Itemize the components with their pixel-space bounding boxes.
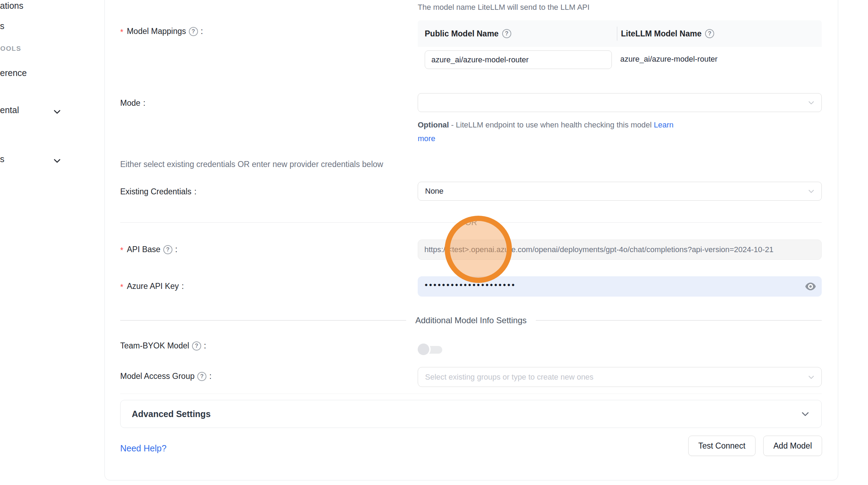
help-question-icon[interactable]: ? bbox=[163, 245, 172, 254]
chevron-down-icon bbox=[807, 373, 815, 381]
help-question-icon[interactable]: ? bbox=[197, 372, 206, 381]
test-connect-button[interactable]: Test Connect bbox=[688, 436, 756, 456]
required-marker: * bbox=[120, 28, 123, 37]
azure-api-key-label: * Azure API Key : bbox=[120, 282, 184, 291]
help-question-icon[interactable]: ? bbox=[502, 29, 511, 38]
footer-buttons: Test Connect Add Model bbox=[688, 436, 822, 456]
chevron-down-icon bbox=[807, 187, 815, 195]
existing-credentials-select[interactable]: None bbox=[418, 182, 822, 201]
mode-select[interactable] bbox=[418, 93, 822, 112]
sidebar: ations s TOOLS erence ental s bbox=[0, 0, 104, 485]
team-byok-label: Team-BYOK Model ? : bbox=[120, 341, 206, 351]
model-mappings-table: Public Model Name ? LiteLLM Model Name ?… bbox=[418, 20, 822, 76]
model-mappings-label: * Model Mappings ? : bbox=[120, 27, 203, 36]
sidebar-item-organizations[interactable]: ations bbox=[0, 1, 23, 11]
chevron-down-icon bbox=[807, 99, 815, 106]
required-marker: * bbox=[120, 246, 123, 255]
public-model-name-input[interactable] bbox=[425, 50, 612, 69]
api-base-label: * API Base ? : bbox=[120, 245, 177, 254]
litellm-model-name-header: LiteLLM Model Name ? bbox=[617, 29, 714, 39]
model-mappings-table-header: Public Model Name ? LiteLLM Model Name ? bbox=[418, 20, 822, 47]
sidebar-section-tools: TOOLS bbox=[0, 45, 21, 53]
add-model-page: ations s TOOLS erence ental s The model … bbox=[0, 0, 868, 485]
litellm-model-name-value: azure_ai/azure-model-router bbox=[620, 55, 718, 64]
advanced-settings-panel[interactable]: Advanced Settings bbox=[120, 400, 822, 428]
section-divider-line bbox=[120, 394, 822, 394]
mode-label: Mode : bbox=[120, 98, 145, 108]
model-name-helper-text: The model name LiteLLM will send to the … bbox=[418, 3, 589, 12]
sidebar-item-settings[interactable]: s bbox=[0, 154, 5, 164]
help-question-icon[interactable]: ? bbox=[192, 341, 201, 351]
or-divider: OR bbox=[120, 218, 822, 227]
existing-credentials-label: Existing Credentials : bbox=[120, 187, 197, 196]
sidebar-item[interactable]: s bbox=[0, 21, 5, 31]
column-divider bbox=[617, 27, 617, 41]
help-question-icon[interactable]: ? bbox=[189, 27, 198, 36]
api-base-input[interactable]: https://<test>.openai.azure.com/openai/d… bbox=[418, 240, 822, 260]
sidebar-item-inference[interactable]: erence bbox=[0, 68, 27, 78]
public-model-name-header: Public Model Name ? bbox=[418, 29, 617, 39]
mode-hint-line1: Optional - LiteLLM endpoint to use when … bbox=[418, 120, 674, 130]
chevron-down-icon[interactable] bbox=[53, 156, 62, 165]
model-access-group-label: Model Access Group ? : bbox=[120, 372, 212, 381]
mode-hint-line2: more bbox=[418, 134, 435, 143]
learn-more-link[interactable]: more bbox=[418, 134, 435, 143]
azure-api-key-input[interactable]: ••••••••••••••••••••• bbox=[418, 276, 822, 297]
chevron-down-icon[interactable] bbox=[53, 107, 62, 116]
eye-toggle-visibility-icon[interactable] bbox=[805, 282, 816, 291]
team-byok-toggle[interactable] bbox=[418, 344, 443, 355]
model-access-group-select[interactable]: Select existing groups or type to create… bbox=[418, 367, 822, 387]
additional-settings-divider: Additional Model Info Settings bbox=[120, 316, 822, 325]
credentials-note: Either select existing credentials OR en… bbox=[120, 160, 383, 169]
help-question-icon[interactable]: ? bbox=[705, 29, 714, 38]
add-model-button[interactable]: Add Model bbox=[763, 436, 822, 456]
chevron-down-icon bbox=[800, 409, 810, 419]
sidebar-item-experimental[interactable]: ental bbox=[0, 105, 19, 115]
required-marker: * bbox=[120, 283, 123, 292]
need-help-link[interactable]: Need Help? bbox=[120, 443, 166, 453]
learn-more-link[interactable]: Learn bbox=[654, 120, 674, 129]
masked-password-value: ••••••••••••••••••••• bbox=[425, 281, 516, 289]
